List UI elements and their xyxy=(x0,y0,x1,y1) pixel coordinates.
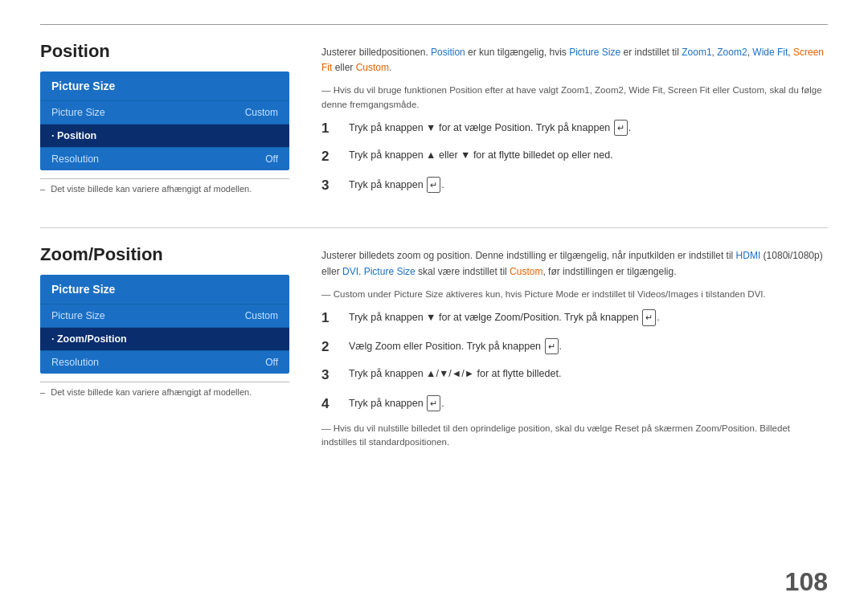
zoom-position-step-1: 1 Tryk på knappen ▼ for at vælge Zoom/Po… xyxy=(321,308,828,329)
page-container: Position Picture Size Picture Size Custo… xyxy=(0,0,868,613)
section-divider xyxy=(40,227,828,228)
zoom-position-step-3: 3 Tryk på knappen ▲/▼/◄/► for at flytte … xyxy=(321,365,828,386)
position-desc-position: Position xyxy=(431,47,465,58)
top-rule xyxy=(40,24,828,25)
position-menu-item-picturesize[interactable]: Picture Size Custom xyxy=(40,101,289,125)
zoom-position-left-col: Zoom/Position Picture Size Picture Size … xyxy=(40,244,289,449)
zoom-position-step-4: 4 Tryk på knappen ↵. xyxy=(321,394,828,415)
position-step-2: 2 Tryk på knappen ▲ eller ▼ for at flytt… xyxy=(321,146,828,167)
zoom-position-description: Justerer billedets zoom og position. Den… xyxy=(321,248,828,279)
position-step-3: 3 Tryk på knappen ↵. xyxy=(321,175,828,196)
position-menu-box: Picture Size Picture Size Custom Positio… xyxy=(40,72,289,170)
position-note: Hvis du vil bruge funktionen Position ef… xyxy=(321,84,828,112)
position-caption: – Det viste billede kan variere afhængig… xyxy=(40,178,289,194)
zoom-position-section: Zoom/Position Picture Size Picture Size … xyxy=(40,244,828,449)
position-resolution-value: Off xyxy=(265,153,278,165)
position-step-1: 1 Tryk på knappen ▼ for at vælge Positio… xyxy=(321,118,828,139)
position-picturesize-value: Custom xyxy=(245,107,278,118)
position-position-label: Position xyxy=(51,130,96,141)
zoom-position-reset-note: Hvis du vil nulstille billedet til den o… xyxy=(321,422,828,450)
zoom-position-menu-item-picturesize[interactable]: Picture Size Custom xyxy=(40,304,289,328)
zoom-position-resolution-label: Resolution xyxy=(51,357,99,368)
zoom-position-step-2: 2 Vælg Zoom eller Position. Tryk på knap… xyxy=(321,337,828,358)
position-right-col: Justerer billedpositionen. Position er k… xyxy=(321,41,828,203)
position-menu-item-resolution[interactable]: Resolution Off xyxy=(40,148,289,170)
position-section: Position Picture Size Picture Size Custo… xyxy=(40,41,828,203)
position-resolution-label: Resolution xyxy=(51,153,99,165)
zoom-position-steps: 1 Tryk på knappen ▼ for at vælge Zoom/Po… xyxy=(321,308,828,414)
zoom-position-title: Zoom/Position xyxy=(40,244,289,265)
zoom-position-note: Custom under Picture Size aktiveres kun,… xyxy=(321,288,828,301)
zoom-position-menu-item-resolution[interactable]: Resolution Off xyxy=(40,351,289,374)
zoom-position-menu-box: Picture Size Picture Size Custom Zoom/Po… xyxy=(40,275,289,374)
zoom-position-menu-header: Picture Size xyxy=(40,275,289,304)
position-menu-item-position[interactable]: Position xyxy=(40,125,289,148)
position-left-col: Position Picture Size Picture Size Custo… xyxy=(40,41,289,203)
zoom-position-right-col: Justerer billedets zoom og position. Den… xyxy=(321,244,828,449)
position-picturesize-label: Picture Size xyxy=(51,107,105,118)
zoom-position-caption: – Det viste billede kan variere afhængig… xyxy=(40,382,289,397)
zoom-position-picturesize-label: Picture Size xyxy=(51,310,105,321)
position-menu-header: Picture Size xyxy=(40,72,289,101)
position-description: Justerer billedpositionen. Position er k… xyxy=(321,45,828,76)
position-desc-picturesize: Picture Size xyxy=(569,47,620,58)
page-number: 108 xyxy=(785,567,828,597)
zoom-position-resolution-value: Off xyxy=(265,357,278,368)
position-title: Position xyxy=(40,41,289,62)
position-steps: 1 Tryk på knappen ▼ for at vælge Positio… xyxy=(321,118,828,196)
zoom-position-picturesize-value: Custom xyxy=(245,310,278,321)
zoom-position-menu-item-zoom[interactable]: Zoom/Position xyxy=(40,328,289,351)
zoom-position-zoom-label: Zoom/Position xyxy=(51,333,127,345)
